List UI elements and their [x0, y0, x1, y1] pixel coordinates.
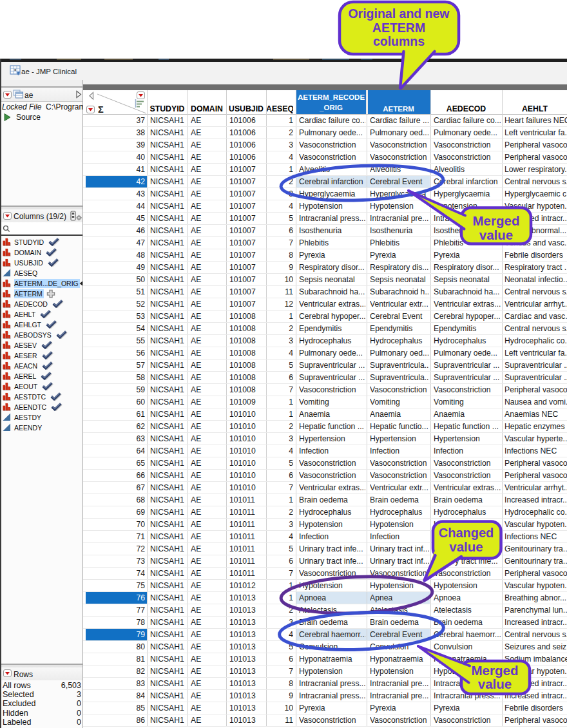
svg-text:value: value — [478, 676, 512, 691]
svg-text:columns: columns — [373, 34, 425, 48]
svg-text:Original and new: Original and new — [348, 6, 450, 21]
svg-text:Changed: Changed — [439, 526, 494, 540]
svg-text:value: value — [479, 227, 513, 242]
svg-text:value: value — [449, 539, 483, 554]
svg-text:AETERM: AETERM — [372, 21, 425, 35]
svg-text:Merged: Merged — [473, 213, 520, 228]
